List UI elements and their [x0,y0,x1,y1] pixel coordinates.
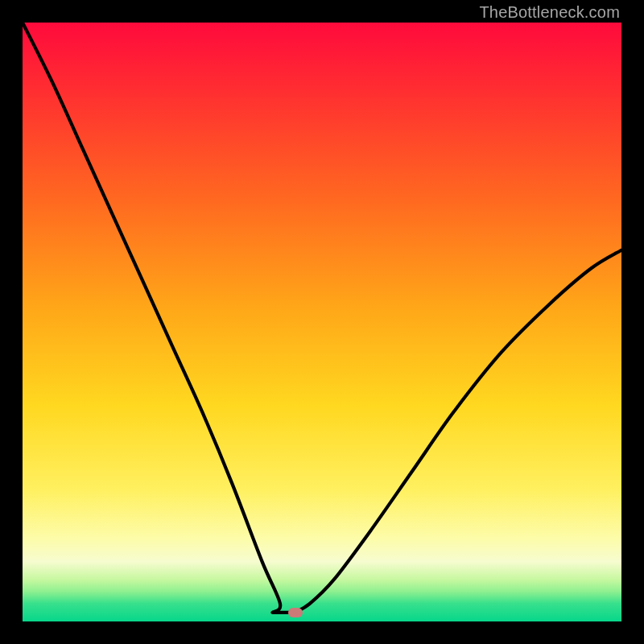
curve-path [23,23,621,613]
optimum-marker [288,608,303,617]
bottleneck-curve [23,23,621,621]
chart-frame: TheBottleneck.com [0,0,644,644]
watermark-text: TheBottleneck.com [479,3,620,22]
